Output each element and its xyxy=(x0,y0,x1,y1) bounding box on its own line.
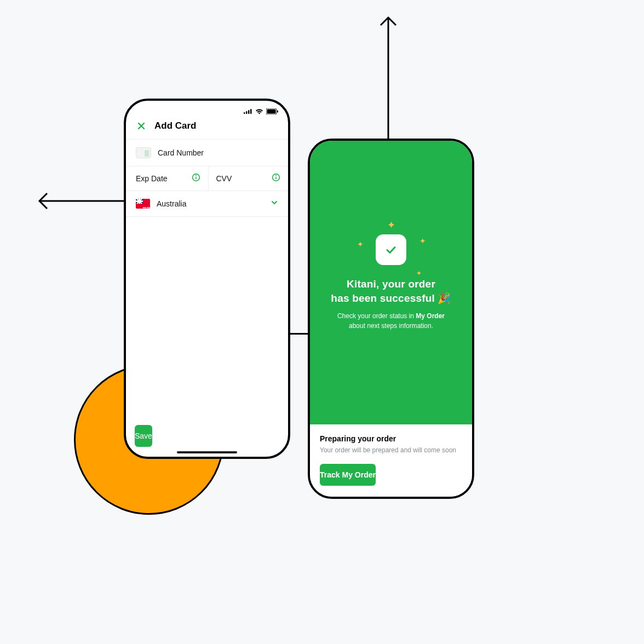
chevron-down-icon xyxy=(271,199,278,209)
card-number-field[interactable]: Card Number xyxy=(126,140,288,166)
svg-rect-3 xyxy=(246,111,248,114)
cvv-placeholder: CVV xyxy=(216,174,232,183)
success-subtitle: Check your order status in My Order abou… xyxy=(337,311,445,331)
card-icon xyxy=(136,147,151,158)
svg-rect-10 xyxy=(196,177,197,180)
country-select[interactable]: Australia xyxy=(126,191,288,217)
svg-rect-5 xyxy=(250,109,252,114)
svg-rect-2 xyxy=(244,112,245,114)
arrow-up-icon xyxy=(379,11,398,140)
home-indicator xyxy=(177,451,237,453)
flag-au-icon xyxy=(136,199,150,209)
wifi-icon xyxy=(255,108,263,114)
status-bar xyxy=(126,101,288,118)
svg-point-14 xyxy=(275,175,277,176)
info-icon[interactable] xyxy=(272,173,280,184)
arrow-left-icon xyxy=(33,192,126,210)
save-button[interactable]: Save xyxy=(135,425,152,447)
svg-rect-8 xyxy=(277,110,278,112)
screen-title: Add Card xyxy=(154,120,197,131)
track-order-button[interactable]: Track My Order xyxy=(320,464,376,486)
battery-icon xyxy=(266,108,278,114)
preparing-heading: Preparing your order xyxy=(320,434,462,443)
svg-rect-13 xyxy=(275,177,277,180)
svg-rect-4 xyxy=(248,110,250,114)
phone-add-card: Add Card Card Number Exp Date CVV Austra… xyxy=(124,99,290,459)
svg-point-11 xyxy=(196,175,197,176)
preparing-subtitle: Your order will be prepared and will com… xyxy=(320,446,462,454)
info-icon[interactable] xyxy=(192,173,200,184)
signal-icon xyxy=(244,108,252,114)
card-number-placeholder: Card Number xyxy=(158,148,204,157)
svg-rect-7 xyxy=(267,109,276,113)
country-selected-value: Australia xyxy=(157,199,186,208)
exp-date-placeholder: Exp Date xyxy=(136,174,168,183)
success-panel: ✦ ✦ ✦ ✦ Kitani, your order has been succ… xyxy=(310,141,472,424)
close-icon[interactable] xyxy=(136,120,147,131)
connector-line xyxy=(290,333,308,335)
phone-order-success: ✦ ✦ ✦ ✦ Kitani, your order has been succ… xyxy=(308,139,474,499)
cvv-field[interactable]: CVV xyxy=(208,166,289,191)
success-title: Kitani, your order has been successful 🎉 xyxy=(331,277,451,305)
exp-date-field[interactable]: Exp Date xyxy=(126,166,208,191)
success-check-icon: ✦ ✦ ✦ ✦ xyxy=(376,234,406,265)
